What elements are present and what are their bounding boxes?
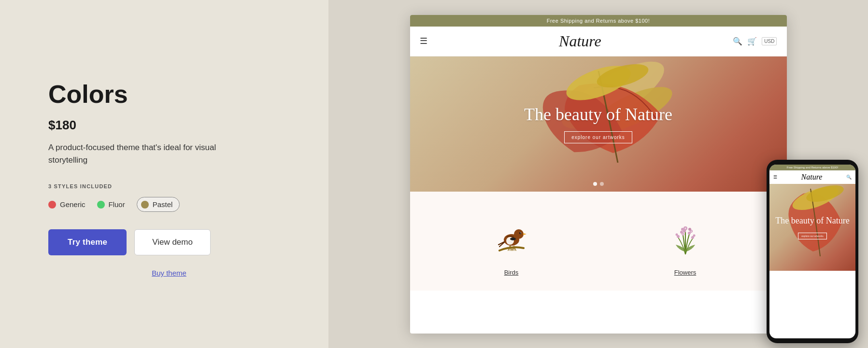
- hero-section: The beauty of Nature explore our artwork…: [410, 56, 787, 192]
- header-icons: 🔍 🛒 USD: [733, 37, 777, 46]
- style-options: Generic Fluor Pastel: [48, 197, 290, 212]
- mobile-hero-cta[interactable]: explore our artworks: [798, 233, 826, 239]
- mobile-announcement: Free Shipping and Returns above $100!: [769, 165, 855, 170]
- dot-2[interactable]: [600, 182, 604, 186]
- dot-1[interactable]: [593, 182, 597, 186]
- hero-title: The beauty of Nature: [524, 104, 672, 125]
- bird-svg: [495, 212, 528, 258]
- svg-point-23: [684, 227, 686, 229]
- try-theme-button[interactable]: Try theme: [48, 229, 127, 255]
- product-birds-name[interactable]: Birds: [429, 269, 594, 276]
- fluor-label: Fluor: [109, 200, 125, 209]
- bird-image-area: [429, 206, 594, 264]
- theme-title: Colors: [48, 81, 290, 108]
- store-logo: Nature: [559, 32, 601, 50]
- menu-icon[interactable]: ☰: [420, 36, 427, 46]
- svg-point-9: [520, 233, 521, 234]
- products-section: Birds: [410, 192, 787, 291]
- currency-selector[interactable]: USD: [762, 37, 777, 45]
- mobile-mockup: Free Shipping and Returns above $100! ☰ …: [767, 160, 858, 343]
- buy-theme-link[interactable]: Buy theme: [48, 269, 290, 277]
- hero-text: The beauty of Nature explore our artwork…: [524, 104, 672, 143]
- style-pastel[interactable]: Pastel: [137, 197, 180, 212]
- right-panel: Free Shipping and Returns above $100! ☰ …: [328, 0, 868, 348]
- fluor-dot: [97, 201, 105, 209]
- action-buttons: Try theme View demo: [48, 229, 290, 255]
- generic-label: Generic: [60, 200, 85, 209]
- hero-dots: [593, 182, 604, 186]
- flower-image-area: [603, 206, 768, 264]
- left-panel: Colors $180 A product-focused theme that…: [0, 0, 328, 348]
- announcement-bar: Free Shipping and Returns above $100!: [410, 15, 787, 27]
- mobile-hero: The beauty of Nature explore our artwork…: [769, 184, 855, 271]
- view-demo-button[interactable]: View demo: [134, 229, 211, 255]
- desktop-mockup: Free Shipping and Returns above $100! ☰ …: [410, 15, 787, 334]
- pastel-dot: [141, 201, 149, 209]
- svg-point-19: [675, 233, 678, 236]
- mobile-logo: Nature: [801, 173, 823, 181]
- theme-price: $180: [48, 118, 290, 133]
- style-fluor[interactable]: Fluor: [97, 200, 125, 209]
- mobile-search-icon[interactable]: 🔍: [846, 175, 852, 180]
- svg-point-11: [680, 231, 683, 234]
- cart-icon[interactable]: 🛒: [747, 37, 757, 46]
- mobile-hero-title: The beauty of Nature: [775, 215, 849, 226]
- generic-dot: [48, 201, 56, 209]
- style-generic[interactable]: Generic: [48, 200, 85, 209]
- svg-point-21: [693, 234, 695, 237]
- styles-label: 3 STYLES INCLUDED: [48, 183, 290, 189]
- svg-point-22: [682, 233, 683, 234]
- mobile-inner: Free Shipping and Returns above $100! ☰ …: [769, 165, 855, 338]
- product-flowers-name[interactable]: Flowers: [603, 269, 768, 276]
- svg-point-17: [688, 228, 691, 231]
- svg-point-7: [510, 237, 516, 240]
- svg-point-5: [514, 229, 524, 239]
- mobile-header: ☰ Nature 🔍: [769, 170, 855, 184]
- pastel-label: Pastel: [153, 200, 173, 209]
- hero-cta-button[interactable]: explore our artworks: [564, 131, 632, 143]
- product-flowers: Flowers: [603, 206, 768, 276]
- search-icon[interactable]: 🔍: [733, 37, 742, 46]
- product-birds: Birds: [429, 206, 594, 276]
- theme-description: A product-focused theme that's ideal for…: [48, 141, 251, 166]
- flower-svg: [666, 211, 705, 259]
- mobile-menu-icon[interactable]: ☰: [773, 175, 777, 180]
- svg-point-24: [690, 230, 691, 231]
- store-header: ☰ Nature 🔍 🛒 USD: [410, 27, 787, 56]
